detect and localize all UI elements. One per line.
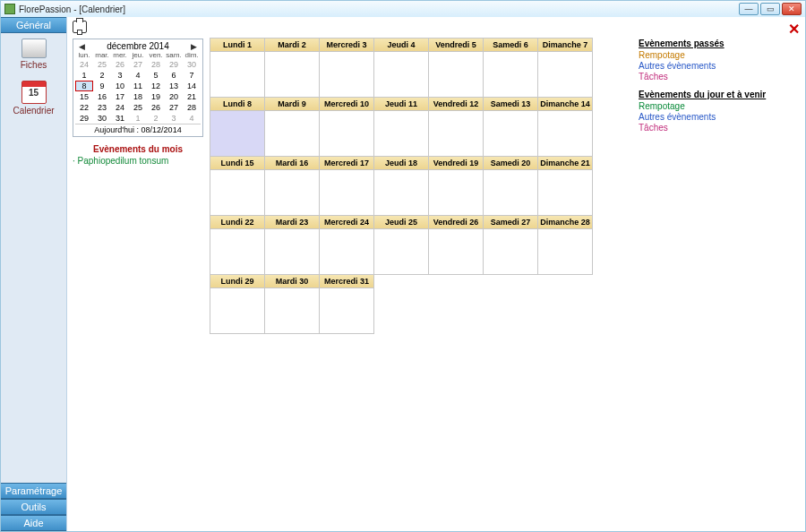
calendar-day-cell[interactable]: Vendredi 19 (428, 156, 484, 216)
calendar-day-body[interactable] (210, 52, 264, 97)
calendar-day-cell[interactable]: Samedi 20 (483, 156, 538, 216)
calendar-day-body[interactable] (374, 229, 428, 274)
calendar-day-body[interactable] (484, 111, 537, 156)
mini-cal-day[interactable]: 4 (183, 113, 201, 124)
calendar-day-body[interactable] (538, 52, 592, 97)
sidebar-section-aide[interactable]: Aide (1, 515, 66, 531)
mini-cal-day[interactable]: 22 (75, 102, 93, 113)
calendar-day-body[interactable] (265, 288, 319, 333)
mini-cal-day[interactable]: 13 (165, 81, 183, 91)
mini-cal-day[interactable]: 29 (75, 113, 93, 124)
close-panel-button[interactable]: ✕ (788, 21, 800, 38)
calendar-day-body[interactable] (320, 288, 373, 333)
calendar-day-body[interactable] (265, 229, 319, 274)
mini-cal-day[interactable]: 7 (183, 70, 201, 81)
mini-cal-next[interactable]: ▶ (191, 42, 197, 51)
mini-cal-today-label[interactable]: Aujourd'hui : 08/12/2014 (75, 124, 201, 134)
mini-cal-day[interactable]: 18 (129, 91, 147, 102)
sidebar-section-general[interactable]: Général (1, 17, 66, 33)
calendar-day-body[interactable] (210, 111, 264, 156)
mini-cal-day[interactable]: 2 (93, 70, 111, 81)
calendar-day-cell[interactable]: Samedi 6 (483, 38, 538, 98)
mini-cal-day[interactable]: 23 (93, 102, 111, 113)
mini-cal-day[interactable]: 30 (93, 113, 111, 124)
print-button[interactable] (73, 21, 87, 33)
mini-cal-day[interactable]: 27 (165, 102, 183, 113)
mini-cal-day[interactable]: 28 (183, 102, 201, 113)
mini-cal-day[interactable]: 11 (129, 81, 147, 91)
mini-cal-day[interactable]: 26 (111, 59, 129, 70)
minimize-button[interactable]: — (739, 3, 759, 15)
mini-cal-day[interactable]: 2 (147, 113, 165, 124)
mini-cal-day[interactable]: 12 (147, 81, 165, 91)
close-window-button[interactable]: ✕ (782, 3, 802, 15)
calendar-day-cell[interactable]: Mardi 16 (264, 156, 320, 216)
calendar-day-cell[interactable]: Jeudi 18 (373, 156, 429, 216)
mini-cal-day[interactable]: 3 (165, 113, 183, 124)
mini-cal-day[interactable]: 17 (111, 91, 129, 102)
calendar-day-body[interactable] (429, 170, 483, 215)
mini-cal-day[interactable]: 9 (93, 81, 111, 91)
calendar-day-cell[interactable]: Lundi 29 (210, 274, 265, 334)
mini-cal-day[interactable]: 15 (75, 91, 93, 102)
mini-cal-day[interactable]: 3 (111, 70, 129, 81)
mini-cal-day[interactable]: 24 (111, 102, 129, 113)
month-event-item[interactable]: · Paphiopedilum tonsum (73, 156, 203, 166)
mini-cal-day[interactable]: 28 (147, 59, 165, 70)
mini-cal-day[interactable]: 24 (75, 59, 93, 70)
calendar-day-cell[interactable]: Lundi 1 (210, 38, 265, 98)
calendar-day-body[interactable] (210, 288, 264, 333)
mini-cal-day[interactable]: 10 (111, 81, 129, 91)
mini-cal-day[interactable]: 8 (75, 81, 93, 91)
calendar-day-cell[interactable]: Mardi 9 (264, 97, 320, 157)
calendar-day-cell[interactable]: Jeudi 4 (373, 38, 429, 98)
calendar-day-cell[interactable]: Vendredi 12 (428, 97, 484, 157)
mini-cal-day[interactable]: 25 (93, 59, 111, 70)
calendar-day-cell[interactable]: Vendredi 26 (428, 215, 484, 275)
mini-cal-day[interactable]: 25 (129, 102, 147, 113)
calendar-day-cell[interactable]: Mardi 2 (264, 38, 320, 98)
calendar-day-cell[interactable]: Mercredi 17 (319, 156, 374, 216)
calendar-day-cell[interactable]: Mercredi 24 (319, 215, 374, 275)
calendar-day-cell[interactable]: Jeudi 11 (373, 97, 429, 157)
calendar-day-body[interactable] (374, 170, 428, 215)
calendar-day-body[interactable] (429, 52, 483, 97)
calendar-day-cell[interactable]: Mercredi 31 (319, 274, 374, 334)
mini-cal-day[interactable]: 27 (129, 59, 147, 70)
calendar-day-cell[interactable]: Lundi 8 (210, 97, 265, 157)
calendar-day-cell[interactable]: Dimanche 7 (537, 38, 593, 98)
calendar-day-body[interactable] (484, 170, 537, 215)
calendar-day-cell[interactable]: Mercredi 10 (319, 97, 374, 157)
calendar-day-body[interactable] (265, 111, 319, 156)
calendar-day-cell[interactable]: Samedi 27 (483, 215, 538, 275)
calendar-day-body[interactable] (210, 229, 264, 274)
mini-cal-day[interactable]: 29 (165, 59, 183, 70)
calendar-day-body[interactable] (320, 170, 373, 215)
mini-cal-day[interactable]: 16 (93, 91, 111, 102)
sidebar-item-fiches[interactable]: Fiches (1, 33, 66, 75)
calendar-day-body[interactable] (484, 52, 537, 97)
calendar-day-body[interactable] (429, 229, 483, 274)
calendar-day-cell[interactable]: Dimanche 28 (537, 215, 593, 275)
calendar-day-body[interactable] (210, 170, 264, 215)
calendar-day-body[interactable] (538, 111, 592, 156)
mini-cal-day[interactable]: 19 (147, 91, 165, 102)
calendar-day-cell[interactable]: Vendredi 5 (428, 38, 484, 98)
calendar-day-body[interactable] (538, 170, 592, 215)
calendar-day-cell[interactable]: Mardi 23 (264, 215, 320, 275)
mini-cal-day[interactable]: 14 (183, 81, 201, 91)
mini-cal-day[interactable]: 5 (147, 70, 165, 81)
mini-cal-day[interactable]: 1 (129, 113, 147, 124)
calendar-day-cell[interactable]: Samedi 13 (483, 97, 538, 157)
calendar-day-body[interactable] (320, 52, 373, 97)
calendar-day-body[interactable] (320, 111, 373, 156)
calendar-day-body[interactable] (265, 52, 319, 97)
calendar-day-body[interactable] (538, 229, 592, 274)
mini-cal-day[interactable]: 6 (165, 70, 183, 81)
calendar-day-body[interactable] (320, 229, 373, 274)
mini-cal-day[interactable]: 20 (165, 91, 183, 102)
calendar-day-body[interactable] (429, 111, 483, 156)
mini-cal-day[interactable]: 21 (183, 91, 201, 102)
calendar-day-cell[interactable]: Dimanche 14 (537, 97, 593, 157)
mini-cal-day[interactable]: 26 (147, 102, 165, 113)
